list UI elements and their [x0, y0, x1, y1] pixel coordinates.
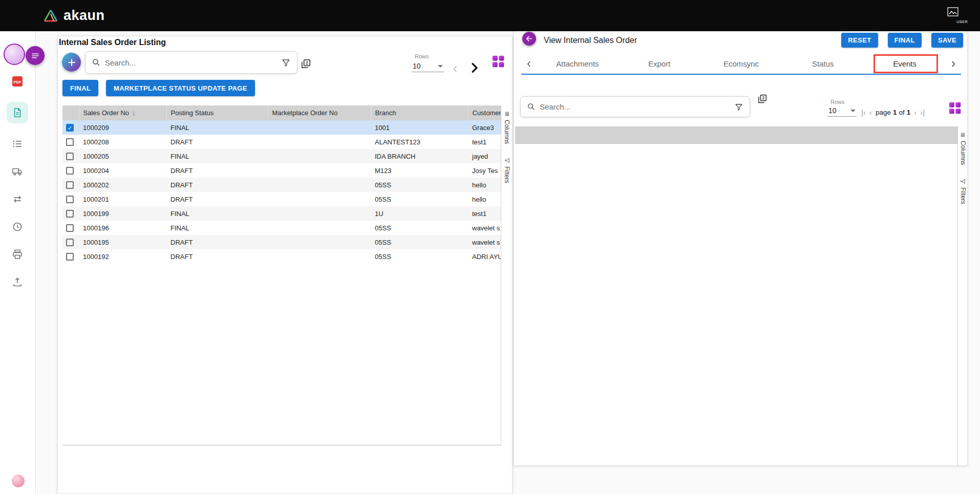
- page-indicator: page 1 of 1: [876, 109, 910, 116]
- rows-label: Rows: [415, 53, 429, 59]
- cell-marketplace-order-no: [268, 235, 371, 249]
- row-checkbox[interactable]: [66, 239, 74, 246]
- tab-events[interactable]: Events: [864, 54, 946, 74]
- detail-actions: RESET FINAL SAVE: [841, 33, 963, 48]
- marketplace-status-update-button[interactable]: MARKETPLACE STATUS UPDATE PAGE: [106, 80, 255, 96]
- final-button[interactable]: FINAL: [62, 80, 98, 96]
- row-checkbox[interactable]: [66, 138, 74, 146]
- row-checkbox[interactable]: [66, 181, 74, 189]
- arrow-left-icon: [525, 35, 533, 42]
- row-checkbox[interactable]: [66, 224, 74, 232]
- row-checkbox[interactable]: [66, 253, 74, 261]
- table-row[interactable]: 1000205FINALIDA BRANCHjayed: [62, 149, 501, 163]
- tab-export[interactable]: Export: [619, 54, 700, 74]
- svg-text:PDF: PDF: [14, 80, 22, 84]
- profile-avatar[interactable]: [4, 44, 25, 65]
- columns-icon: [960, 132, 966, 138]
- next-page-button[interactable]: [467, 61, 481, 75]
- col-branch[interactable]: Branch: [371, 105, 468, 120]
- hamburger-icon: [31, 51, 40, 60]
- col-sales-order-no[interactable]: Sales Order No↓: [79, 105, 166, 120]
- top-navbar: akaun USER: [0, 0, 980, 31]
- cell-customer: hello: [468, 192, 501, 206]
- table-row[interactable]: 1000199FINAL1Utest1: [62, 206, 501, 221]
- columns-toggle[interactable]: Columns: [503, 111, 510, 144]
- cell-marketplace-order-no: [268, 163, 371, 178]
- filters-toggle[interactable]: Filters: [503, 157, 510, 183]
- row-checkbox[interactable]: [66, 167, 74, 175]
- truck-icon[interactable]: [7, 164, 28, 179]
- tabs-scroll-right-button[interactable]: [946, 59, 961, 69]
- sidebar-item-sales-documents[interactable]: [7, 102, 28, 123]
- grid-view-button[interactable]: [491, 54, 506, 69]
- list-icon[interactable]: [7, 137, 28, 151]
- row-checkbox-checked[interactable]: [66, 124, 74, 132]
- col-marketplace-order-no[interactable]: Marketplace Order No: [268, 105, 371, 120]
- columns-toggle[interactable]: Columns: [960, 132, 967, 165]
- printer-icon[interactable]: [7, 247, 28, 262]
- tab-status[interactable]: Status: [782, 54, 864, 74]
- pdf-icon[interactable]: PDF: [7, 74, 28, 89]
- rows-value: 10: [828, 106, 837, 115]
- upload-icon[interactable]: [7, 275, 28, 289]
- swap-arrows-icon[interactable]: [7, 192, 28, 206]
- filters-toggle[interactable]: Filters: [960, 178, 967, 204]
- filter-icon[interactable]: [281, 58, 291, 68]
- row-checkbox[interactable]: [66, 210, 74, 218]
- add-button[interactable]: [62, 53, 81, 72]
- table-row[interactable]: 1000204DRAFTM123Josy Tes: [62, 163, 501, 178]
- col-customer[interactable]: Customer: [468, 105, 501, 120]
- tab-attachments[interactable]: Attachments: [537, 54, 619, 74]
- previous-page-button[interactable]: ‹: [869, 109, 872, 116]
- first-page-button[interactable]: |‹: [861, 109, 866, 116]
- table-row[interactable]: 1000192DRAFT05SSADRI AYU: [62, 249, 501, 264]
- cell-posting-status: DRAFT: [166, 135, 268, 149]
- next-page-button[interactable]: ›: [914, 109, 917, 116]
- filter-2-pages-icon[interactable]: 2: [300, 58, 312, 70]
- cell-sales-order-no: 1000202: [79, 178, 166, 192]
- rows-label: Rows: [830, 99, 845, 105]
- previous-page-button[interactable]: [450, 64, 460, 74]
- search-input[interactable]: [105, 58, 277, 67]
- events-search-input[interactable]: [540, 102, 730, 111]
- svg-text:2: 2: [762, 96, 765, 100]
- cell-branch: 05SS: [371, 221, 468, 235]
- filter-2-pages-icon[interactable]: 2: [757, 93, 768, 104]
- col-posting-status[interactable]: Posting Status: [166, 105, 268, 120]
- brand-logo[interactable]: akaun: [43, 8, 105, 24]
- reset-button[interactable]: RESET: [841, 33, 878, 48]
- last-page-button[interactable]: ›|: [920, 109, 925, 116]
- table-row[interactable]: 1000195DRAFT05SSwavelet s: [62, 235, 501, 249]
- tab-ecomsync[interactable]: Ecomsync: [700, 54, 782, 74]
- table-row[interactable]: 1000201DRAFT05SShello: [62, 192, 501, 206]
- grid-view-button[interactable]: [947, 100, 963, 116]
- row-checkbox[interactable]: [66, 196, 74, 203]
- search-icon: [92, 58, 101, 67]
- tab-strip: Attachments Export Ecomsync Status Event…: [537, 54, 946, 74]
- cell-posting-status: DRAFT: [166, 163, 268, 178]
- cell-marketplace-order-no: [268, 249, 371, 264]
- sort-desc-icon[interactable]: ↓: [132, 110, 135, 117]
- plus-icon: [67, 58, 76, 67]
- rows-per-page-select[interactable]: 10: [412, 62, 444, 72]
- final-action-button[interactable]: FINAL: [888, 33, 922, 48]
- table-row[interactable]: 1000208DRAFTALANTEST123test1: [62, 135, 501, 149]
- back-button[interactable]: [522, 32, 536, 46]
- columns-icon: [504, 111, 510, 117]
- tabs-scroll-left-button[interactable]: [521, 59, 537, 69]
- bottom-avatar[interactable]: [12, 475, 25, 487]
- table-row[interactable]: 1000209FINAL1001Grace3: [62, 120, 501, 135]
- filter-icon[interactable]: [734, 102, 743, 112]
- rows-per-page-select[interactable]: 10: [827, 106, 857, 117]
- events-search-box: [520, 96, 750, 117]
- cell-marketplace-order-no: [268, 221, 371, 235]
- cell-sales-order-no: 1000199: [79, 206, 166, 221]
- save-button[interactable]: SAVE: [931, 33, 963, 48]
- row-checkbox[interactable]: [66, 153, 74, 160]
- history-clock-icon[interactable]: [7, 220, 28, 234]
- user-badge[interactable]: USER: [947, 7, 968, 25]
- table-row[interactable]: 1000196FINAL05SSwavelet s: [62, 221, 501, 235]
- menu-toggle-button[interactable]: [26, 46, 45, 65]
- table-row[interactable]: 1000202DRAFT05SShello: [62, 178, 501, 192]
- search-box: [85, 51, 297, 74]
